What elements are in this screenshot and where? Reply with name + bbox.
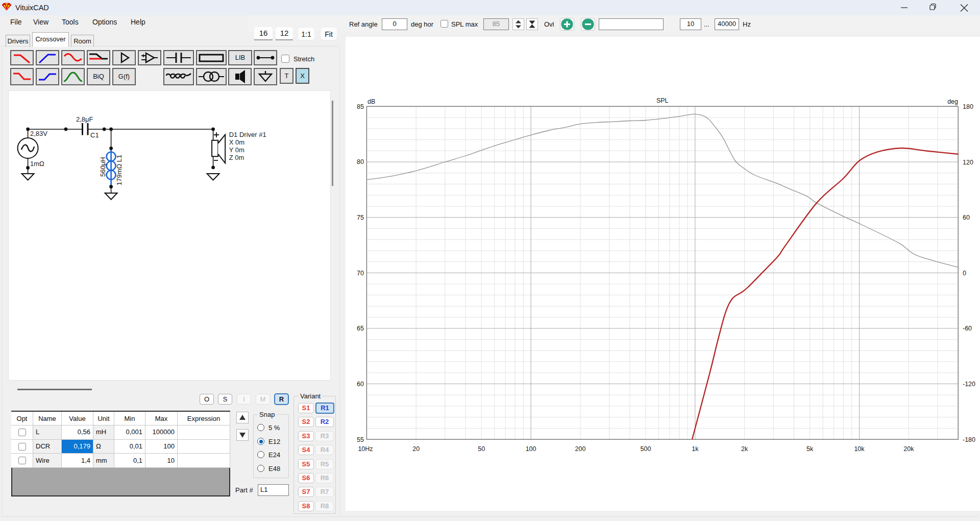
svg-text:C1: C1 [90, 131, 99, 139]
svg-text:2,83V: 2,83V [30, 130, 47, 137]
svg-text:75: 75 [357, 214, 364, 221]
svg-text:dB: dB [368, 98, 375, 105]
svg-text:5k: 5k [806, 445, 814, 453]
svg-text:Z 0m: Z 0m [229, 154, 244, 161]
svg-text:deg: deg [947, 98, 958, 105]
svg-text:SPL: SPL [656, 97, 669, 104]
svg-text:50: 50 [478, 445, 485, 453]
svg-text:-60: -60 [963, 325, 972, 332]
svg-text:-180: -180 [963, 436, 975, 443]
svg-text:55: 55 [357, 436, 364, 443]
svg-text:20k: 20k [903, 445, 914, 453]
svg-text:2k: 2k [741, 445, 748, 453]
svg-text:500: 500 [641, 445, 651, 453]
svg-text:560μH: 560μH [99, 157, 107, 177]
svg-text:Y 0m: Y 0m [229, 146, 244, 154]
svg-text:10Hz: 10Hz [358, 445, 373, 453]
svg-text:60: 60 [963, 214, 970, 221]
svg-text:120: 120 [963, 159, 973, 166]
svg-text:179mΩ L1: 179mΩ L1 [115, 155, 123, 185]
svg-text:180: 180 [963, 103, 973, 110]
svg-text:65: 65 [357, 325, 364, 332]
svg-text:0: 0 [963, 270, 966, 277]
svg-text:70: 70 [357, 270, 364, 277]
svg-text:80: 80 [357, 158, 364, 165]
svg-text:X 0m: X 0m [229, 138, 244, 146]
svg-text:1k: 1k [692, 445, 699, 453]
svg-text:20: 20 [412, 445, 420, 453]
svg-text:200: 200 [575, 445, 586, 453]
svg-text:10k: 10k [854, 445, 865, 453]
svg-text:-120: -120 [963, 381, 975, 388]
svg-text:1mΩ: 1mΩ [30, 160, 44, 168]
svg-text:100: 100 [526, 445, 536, 453]
svg-text:60: 60 [357, 381, 364, 388]
svg-text:2,8μF: 2,8μF [76, 115, 93, 123]
svg-text:D1 Driver #1: D1 Driver #1 [229, 131, 266, 138]
svg-text:85: 85 [357, 103, 364, 110]
